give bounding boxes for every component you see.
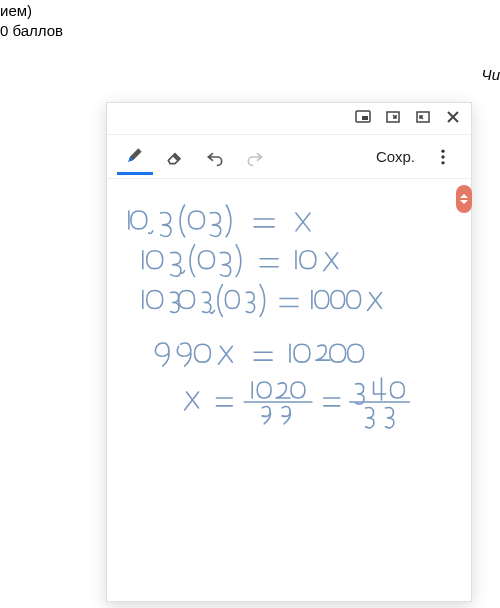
svg-point-5 <box>441 155 444 158</box>
undo-button[interactable] <box>197 139 233 175</box>
svg-point-6 <box>441 161 444 164</box>
eraser-tool-button[interactable] <box>157 139 193 175</box>
partial-text-3: Чи <box>482 66 500 83</box>
handwriting-svg <box>107 179 471 601</box>
pip-icon[interactable] <box>355 109 371 129</box>
drawing-canvas[interactable] <box>107 179 471 601</box>
more-menu-button[interactable] <box>425 139 461 175</box>
svg-rect-1 <box>362 116 368 120</box>
partial-text-1: ием) <box>0 2 32 19</box>
titlebar <box>107 103 471 135</box>
pen-tool-button[interactable] <box>117 139 153 175</box>
partial-text-2: 0 баллов <box>0 22 63 39</box>
svg-rect-2 <box>387 112 399 122</box>
svg-rect-3 <box>417 112 429 122</box>
minimize-window-icon[interactable] <box>385 109 401 129</box>
save-button[interactable]: Сохр. <box>376 148 415 165</box>
redo-button[interactable] <box>237 139 273 175</box>
svg-point-4 <box>441 149 444 152</box>
toolbar: Сохр. <box>107 135 471 179</box>
maximize-window-icon[interactable] <box>415 109 431 129</box>
drawing-panel: Сохр. <box>106 102 472 602</box>
close-icon[interactable] <box>445 109 461 129</box>
